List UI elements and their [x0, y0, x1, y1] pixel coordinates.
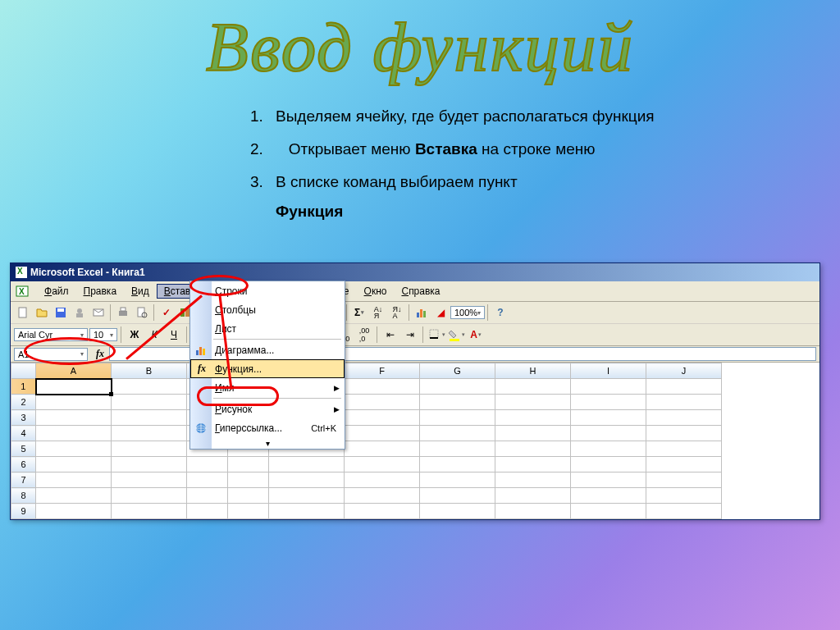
svg-rect-4: [203, 349, 205, 355]
fx-icon: fx: [194, 362, 209, 377]
svg-rect-29: [430, 330, 438, 338]
col-header-i[interactable]: I: [571, 363, 646, 379]
underline-button[interactable]: Ч: [165, 326, 183, 344]
svg-text:X: X: [19, 287, 25, 296]
help-button[interactable]: ?: [491, 304, 509, 322]
window-title: Microsoft Excel - Книга1: [30, 267, 145, 278]
zoom-combo[interactable]: 100%▾: [450, 306, 485, 319]
menu-file[interactable]: Файл: [37, 284, 76, 299]
bold-button[interactable]: Ж: [126, 326, 144, 344]
step-3: В списке команд выбираем пункт Функция: [267, 167, 840, 230]
step-1-text: Выделяем ячейку, где будет располагаться…: [276, 107, 655, 125]
menu-chart[interactable]: Диаграмма...: [190, 340, 345, 359]
step-2-after: на строке меню: [477, 140, 596, 158]
svg-rect-3: [199, 347, 202, 355]
svg-rect-13: [119, 311, 127, 316]
borders-button[interactable]: [427, 326, 445, 344]
svg-rect-7: [19, 308, 26, 317]
menubar: X Файл Правка Вид Вставка Формат Сервис …: [11, 281, 819, 302]
menu-edit[interactable]: Правка: [76, 284, 125, 299]
submenu-arrow-icon: ▶: [334, 384, 340, 392]
svg-rect-25: [417, 313, 419, 317]
chart-wizard-button[interactable]: [413, 304, 431, 322]
step-1: Выделяем ячейку, где будет располагаться…: [267, 102, 840, 135]
slide-title: Ввод функций: [0, 0, 840, 102]
step-2: Открывает меню Вставка на строке меню: [267, 135, 840, 167]
menu-name[interactable]: Имя▶: [190, 378, 345, 397]
step-3-before: В списке команд выбираем пункт: [276, 173, 518, 190]
save-button[interactable]: [52, 304, 70, 322]
excel-app-icon: [16, 267, 27, 278]
svg-point-10: [77, 308, 82, 313]
increase-indent-button[interactable]: ⇥: [401, 326, 419, 344]
menu-columns[interactable]: Столбцы: [190, 300, 345, 319]
menu-window[interactable]: Окно: [357, 284, 395, 299]
font-size-combo[interactable]: 10▾: [89, 328, 117, 341]
col-header-b[interactable]: B: [112, 363, 187, 379]
col-header-g[interactable]: G: [420, 363, 495, 379]
instructions-list: Выделяем ячейку, где будет располагаться…: [0, 102, 840, 230]
row-header-4[interactable]: 4: [11, 426, 36, 441]
menu-picture[interactable]: Рисунок▶: [190, 399, 345, 418]
col-header-f[interactable]: F: [345, 363, 420, 379]
col-header-a[interactable]: A: [36, 363, 112, 379]
cell-a1[interactable]: [36, 379, 112, 395]
new-button[interactable]: [14, 304, 32, 322]
font-color-button[interactable]: А: [467, 326, 485, 344]
menu-rows[interactable]: Строки: [190, 281, 345, 300]
svg-rect-27: [423, 311, 426, 317]
menu-help[interactable]: Справка: [394, 284, 447, 299]
font-name-combo[interactable]: Arial Cyr▾: [14, 328, 88, 341]
select-all-corner[interactable]: [11, 363, 36, 379]
row-header-3[interactable]: 3: [11, 410, 36, 426]
step-2-bold: Вставка: [415, 140, 477, 158]
open-button[interactable]: [33, 304, 51, 322]
sort-desc-button[interactable]: Я↓А: [388, 304, 406, 322]
decrease-indent-button[interactable]: ⇤: [381, 326, 399, 344]
svg-rect-15: [138, 308, 144, 317]
row-header-9[interactable]: 9: [11, 504, 36, 519]
svg-rect-26: [420, 309, 422, 317]
sort-asc-button[interactable]: А↓Я: [369, 304, 387, 322]
excel-window: Microsoft Excel - Книга1 X Файл Правка В…: [10, 262, 820, 520]
autosum-button[interactable]: Σ: [350, 304, 368, 322]
row-header-1[interactable]: 1: [11, 379, 36, 395]
globe-icon: [194, 421, 208, 436]
menu-expand[interactable]: ▾: [190, 437, 345, 449]
menu-view[interactable]: Вид: [124, 284, 157, 299]
row-header-6[interactable]: 6: [11, 457, 36, 472]
spreadsheet-grid[interactable]: A B C D E F G H I J 1 2 3 4 5 6 7 8 9: [11, 363, 819, 519]
col-header-h[interactable]: H: [495, 363, 571, 379]
menu-sheet[interactable]: Лист: [190, 319, 345, 338]
svg-rect-11: [76, 313, 83, 317]
row-header-2[interactable]: 2: [11, 395, 36, 410]
row-header-8[interactable]: 8: [11, 488, 36, 504]
row-header-7[interactable]: 7: [11, 472, 36, 488]
drawing-button[interactable]: ◢: [431, 304, 450, 322]
svg-rect-9: [57, 308, 64, 312]
formatting-toolbar: Arial Cyr▾ 10▾ Ж К Ч ≡ ≡ ≡ ⬌ % 000 ,0,00…: [11, 324, 819, 346]
menu-hyperlink[interactable]: Гиперссылка...Ctrl+K: [190, 418, 345, 437]
titlebar: Microsoft Excel - Книга1: [11, 263, 819, 281]
submenu-arrow-icon: ▶: [334, 405, 340, 413]
menu-function[interactable]: fx Функция...: [190, 359, 345, 378]
permission-button[interactable]: [71, 304, 89, 322]
svg-rect-31: [450, 339, 459, 341]
step-2-before: Открывает меню: [289, 140, 415, 158]
svg-rect-2: [196, 350, 199, 355]
name-box[interactable]: A1▾: [14, 348, 88, 361]
insert-function-button[interactable]: fx: [91, 348, 109, 360]
svg-rect-14: [121, 308, 126, 311]
standard-toolbar: ✓ ✂ ↶ ↷ Σ А↓Я Я↓А ◢ 100%▾ ?: [11, 302, 819, 324]
workbook-icon: X: [16, 285, 29, 298]
email-button[interactable]: [89, 304, 107, 322]
step-3-bold: Функция: [276, 203, 343, 220]
fill-color-button[interactable]: [447, 326, 465, 344]
chart-icon: [194, 343, 208, 358]
row-header-5[interactable]: 5: [11, 441, 36, 457]
preview-button[interactable]: [133, 304, 151, 322]
print-button[interactable]: [114, 304, 132, 322]
col-header-j[interactable]: J: [646, 363, 722, 379]
shortcut-text: Ctrl+K: [311, 423, 336, 433]
decrease-decimal-button[interactable]: ,00,0: [355, 326, 373, 344]
